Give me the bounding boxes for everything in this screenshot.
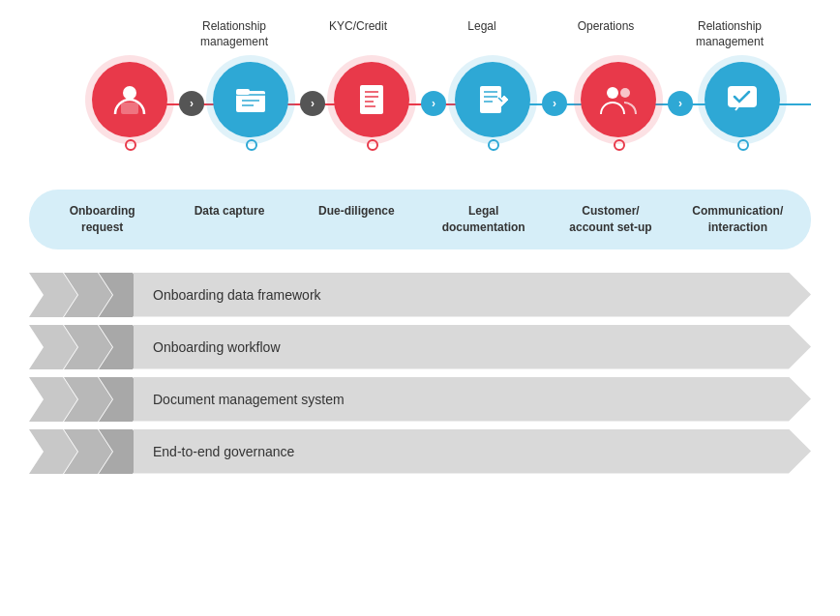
svg-rect-25 (728, 86, 757, 107)
arrow-5: › (668, 91, 693, 116)
circle-node-4 (455, 62, 530, 137)
person-icon (111, 81, 148, 118)
chat-check-icon (724, 81, 761, 118)
label-kyc: KYC/Credit (305, 19, 411, 50)
framework-row-1: Onboarding data framework (29, 273, 811, 317)
framework-section: Onboarding data framework Onboarding wor… (29, 273, 811, 474)
people-icon (599, 81, 638, 118)
step-legal: Legaldocumentation (431, 203, 537, 236)
circle-node-3 (334, 62, 409, 137)
svg-rect-19 (480, 86, 501, 113)
svg-point-8 (123, 86, 136, 100)
arrow-3: › (421, 91, 446, 116)
arrow-4: › (542, 91, 567, 116)
circle-node-1 (92, 62, 167, 137)
framework-row-2: Onboarding workflow (29, 325, 811, 369)
arrow-2: › (300, 91, 325, 116)
svg-point-23 (607, 87, 618, 99)
svg-point-2 (126, 140, 135, 150)
arrow-1: › (179, 91, 204, 116)
step-onboarding: Onboardingrequest (49, 203, 156, 236)
process-steps-row: Onboardingrequest Data capture Due-dilig… (29, 190, 811, 249)
svg-point-3 (247, 140, 256, 150)
framework-row-3: Document management system (29, 377, 811, 422)
svg-point-5 (489, 140, 498, 150)
document-icon (354, 82, 389, 117)
svg-rect-14 (360, 85, 383, 114)
label-legal: Legal (429, 19, 535, 50)
step-data: Data capture (176, 203, 283, 236)
step-comm: Communication/interaction (684, 203, 791, 236)
framework-label-4: End-to-end governance (134, 429, 811, 474)
svg-rect-11 (236, 89, 250, 95)
circle-node-6 (705, 62, 780, 137)
framework-row-4: End-to-end governance (29, 429, 811, 474)
label-blank (57, 19, 164, 50)
svg-point-6 (615, 140, 624, 150)
step-customer: Customer/account set-up (557, 203, 664, 236)
svg-point-7 (738, 140, 748, 150)
department-labels-row: Relationshipmanagement KYC/Credit Legal … (29, 19, 811, 50)
label-rel-mgmt-1: Relationshipmanagement (181, 19, 287, 50)
framework-label-1: Onboarding data framework (134, 273, 811, 317)
legal-sign-icon (475, 82, 510, 117)
step-due: Due-diligence (303, 203, 409, 236)
svg-point-4 (368, 140, 377, 150)
framework-label-3: Document management system (134, 377, 811, 422)
label-rel-mgmt-2: Relationshipmanagement (676, 19, 783, 50)
circle-node-5 (581, 62, 656, 137)
svg-point-24 (620, 88, 630, 98)
framework-label-2: Onboarding workflow (134, 325, 811, 369)
folder-icon (232, 81, 269, 118)
label-ops: Operations (553, 19, 659, 50)
svg-rect-9 (121, 103, 138, 114)
circle-node-2 (213, 62, 288, 137)
